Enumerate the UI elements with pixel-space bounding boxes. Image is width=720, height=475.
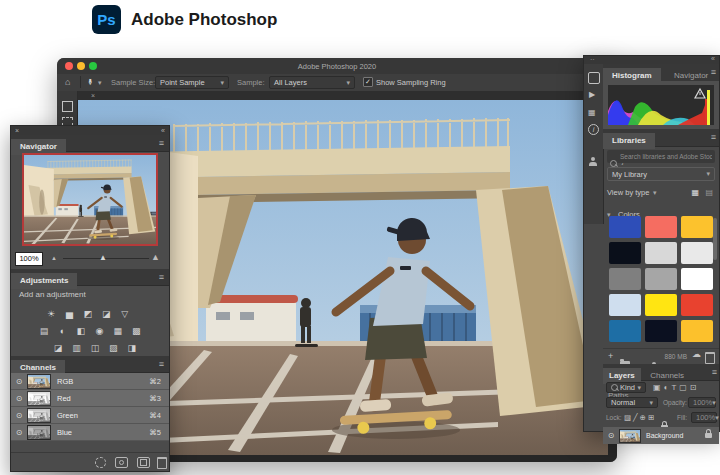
blend-mode-dropdown[interactable]: Normal ▾	[606, 397, 658, 408]
actions-play-icon[interactable]: ▶	[589, 90, 595, 99]
lock-option-icons[interactable]: ▨╱⊕⊞	[624, 413, 656, 422]
color-swatch[interactable]	[609, 294, 641, 316]
library-search-field[interactable]: Search libraries and Adobe Stock	[607, 150, 715, 163]
list-view-icon[interactable]: ▤	[705, 188, 713, 197]
navigator-proxy-view[interactable]	[22, 153, 158, 246]
posterize-icon[interactable]: ▥	[69, 343, 83, 354]
channel-row-blue[interactable]: ⊙ Blue ⌘5	[11, 424, 169, 441]
document-tab-close-icon[interactable]: ×	[91, 91, 95, 100]
channel-row-green[interactable]: ⊙ Green ⌘4	[11, 407, 169, 424]
new-channel-icon[interactable]	[137, 457, 150, 468]
levels-icon[interactable]: ▅	[62, 309, 76, 320]
color-swatch[interactable]	[609, 268, 641, 290]
photoshop-logo: Ps	[92, 5, 121, 34]
invert-icon[interactable]: ◪	[51, 343, 65, 354]
visibility-eye-icon[interactable]: ⊙	[11, 377, 27, 386]
crop-tool-icon[interactable]	[62, 101, 73, 112]
gradient-map-icon[interactable]: ▨	[106, 343, 120, 354]
color-swatch[interactable]	[681, 320, 713, 342]
grid-view-icon[interactable]: ▦	[691, 188, 699, 197]
channel-thumbnail	[27, 391, 51, 406]
visibility-eye-icon[interactable]: ⊙	[603, 431, 619, 440]
color-swatch[interactable]	[609, 242, 641, 264]
eyedropper-preset-chevron-icon[interactable]: ▾	[98, 79, 102, 87]
panel-menu-icon[interactable]: ≡	[711, 133, 716, 142]
channels-footer	[11, 452, 169, 471]
home-icon[interactable]: ⌂	[65, 77, 70, 87]
color-swatch[interactable]	[645, 216, 677, 238]
zoom-out-mountain-icon[interactable]: ▲	[51, 255, 57, 261]
view-by-row: View by type ▾ ▦ ▤	[607, 186, 715, 199]
color-swatch[interactable]	[681, 242, 713, 264]
color-lookup-icon[interactable]: ▩	[129, 326, 143, 337]
color-swatch[interactable]	[645, 268, 677, 290]
layer-filter-dropdown[interactable]: Kind ▾	[606, 382, 646, 393]
layer-filter-type-icons[interactable]: ▣◐T▢⊡	[653, 383, 700, 392]
opacity-dropdown[interactable]: 100% ▾	[688, 397, 716, 408]
fill-dropdown[interactable]: 100% ▾	[691, 412, 717, 423]
sample-size-dropdown[interactable]: Point Sample ▾	[155, 76, 229, 89]
color-swatch[interactable]	[609, 320, 641, 342]
account-icon[interactable]	[589, 162, 597, 166]
curves-icon[interactable]: ◩	[81, 309, 95, 320]
tab-adjustments[interactable]: Adjustments	[11, 273, 77, 289]
photo-filter-icon[interactable]: ◉	[92, 326, 106, 337]
sampling-ring-checkbox[interactable]: ✓	[363, 77, 373, 87]
drag-handle-icon[interactable]: ‥	[590, 54, 595, 62]
hue-saturation-icon[interactable]: ▤	[37, 326, 51, 337]
zoom-in-mountain-icon[interactable]: ▲	[151, 252, 160, 262]
layers-tabbar: Layers Channels Paths ≡	[603, 364, 719, 381]
color-swatch[interactable]	[681, 216, 713, 238]
tab-libraries[interactable]: Libraries	[603, 133, 655, 149]
close-panel-icon[interactable]: ×	[15, 126, 19, 135]
visibility-eye-icon[interactable]: ⊙	[11, 411, 27, 420]
selective-color-icon[interactable]: ◨	[125, 343, 139, 354]
add-library-item-icon[interactable]: +	[608, 351, 613, 361]
collapse-panel-icon[interactable]: «	[161, 126, 165, 135]
brightness-contrast-icon[interactable]: ☀	[44, 309, 58, 320]
visibility-eye-icon[interactable]: ⊙	[11, 428, 27, 437]
chevron-down-icon: ▾	[637, 384, 641, 392]
cloud-sync-icon[interactable]: ☁	[692, 349, 701, 359]
navigator-zoom-field[interactable]: 100%	[15, 252, 43, 266]
color-swatch[interactable]	[609, 216, 641, 238]
color-swatch[interactable]	[681, 268, 713, 290]
chevron-down-icon: ▾	[712, 399, 716, 407]
eyedropper-tool-icon[interactable]: ✒	[85, 78, 95, 86]
threshold-icon[interactable]: ◫	[88, 343, 102, 354]
clone-source-icon[interactable]: ▦	[588, 108, 596, 117]
black-white-icon[interactable]: ◧	[74, 326, 88, 337]
panel-menu-icon[interactable]: ≡	[159, 360, 164, 369]
library-select[interactable]: My Library ▾	[607, 167, 715, 181]
collapse-panel-icon[interactable]: «	[711, 55, 715, 62]
channel-shortcut: ⌘2	[149, 377, 161, 386]
zoom-slider-thumb[interactable]: ▲	[99, 253, 107, 262]
sample-layers-dropdown[interactable]: All Layers ▾	[269, 76, 355, 89]
save-selection-icon[interactable]	[115, 457, 128, 468]
panel-menu-icon[interactable]: ≡	[712, 368, 717, 377]
color-swatch[interactable]	[681, 294, 713, 316]
channel-row-rgb[interactable]: ⊙ RGB ⌘2	[11, 373, 169, 390]
panel-menu-icon[interactable]: ≡	[711, 68, 716, 77]
load-selection-icon[interactable]	[95, 457, 106, 468]
panel-menu-icon[interactable]: ≡	[159, 273, 164, 282]
channel-row-red[interactable]: ⊙ Red ⌘3	[11, 390, 169, 407]
vibrance-icon[interactable]: ▽	[118, 309, 132, 320]
color-swatch[interactable]	[645, 294, 677, 316]
opacity-label: Opacity:	[663, 399, 687, 406]
info-icon[interactable]: i	[588, 124, 599, 135]
channel-mixer-icon[interactable]: ▦	[111, 326, 125, 337]
delete-library-item-icon[interactable]	[705, 352, 715, 364]
exposure-icon[interactable]: ◪	[99, 309, 113, 320]
layer-row-background[interactable]: ⊙ Background	[603, 427, 719, 444]
color-swatch[interactable]	[645, 242, 677, 264]
visibility-eye-icon[interactable]: ⊙	[11, 394, 27, 403]
color-swatch[interactable]	[645, 320, 677, 342]
panel-menu-icon[interactable]: ≡	[159, 139, 164, 148]
scrollbar[interactable]	[713, 218, 717, 260]
delete-channel-icon[interactable]	[157, 457, 167, 469]
view-by-label[interactable]: View by type	[607, 188, 649, 197]
color-balance-icon[interactable]: ◐	[55, 326, 69, 337]
brush-settings-icon[interactable]	[588, 72, 600, 84]
layer-filter-value: Kind	[620, 383, 635, 392]
